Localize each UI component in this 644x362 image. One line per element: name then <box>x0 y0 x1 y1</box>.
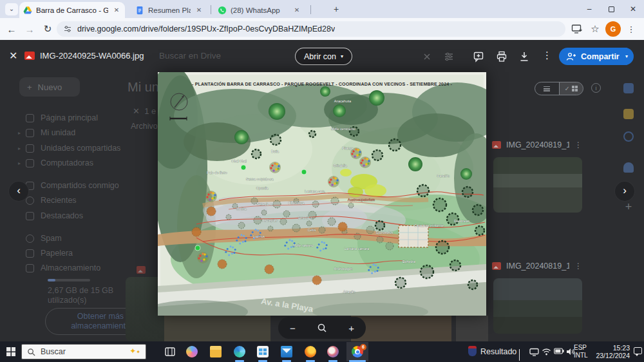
next-image-button[interactable]: › <box>614 181 635 202</box>
bookmark-star-icon[interactable]: ☆ <box>587 23 603 35</box>
open-app-indicator <box>349 360 366 362</box>
search-icon <box>27 348 35 356</box>
share-menu-caret[interactable]: ▾ <box>620 48 634 65</box>
browser-tab-strip: ⌄ Barra de Carrasco - Google Dri ✕ Resum… <box>0 0 644 18</box>
storage-progress <box>48 279 90 281</box>
news-widget-label[interactable]: Resultado <box>480 347 516 356</box>
back-button[interactable]: ← <box>3 24 21 35</box>
plant-label: Pitanga <box>342 146 354 150</box>
plant-label: Butia <box>271 149 279 153</box>
preview-more-icon[interactable]: ⋮ <box>542 50 552 61</box>
window-minimize-button[interactable]: – <box>578 0 600 18</box>
tab-close-icon[interactable]: ✕ <box>292 6 301 15</box>
window-close-button[interactable]: ✕ <box>622 0 644 18</box>
open-app-indicator <box>306 360 315 362</box>
sidebar-item-icon <box>26 264 34 272</box>
plant-label: Senecio s. <box>257 202 273 206</box>
list-view-icon <box>535 82 559 95</box>
share-button[interactable]: Compartir <box>559 48 628 65</box>
profile-avatar[interactable]: G <box>605 21 621 37</box>
file-menu-icon: ⋮ <box>574 262 582 271</box>
whatsapp-icon <box>218 6 227 15</box>
forward-button[interactable]: → <box>21 24 39 35</box>
tab-title: (28) WhatsApp <box>231 6 289 14</box>
preview-image: - PLANTACIÓN BARRA DE CARRASCO - PARQUE … <box>158 72 486 316</box>
plant-label: Molina <box>236 207 247 211</box>
sidebar-item-destacados: Destacados <box>26 209 83 222</box>
sidebar-item-papelera: Papelera <box>26 247 73 260</box>
preview-close-button[interactable]: ✕ <box>9 50 17 62</box>
sidebar-item-icon <box>26 129 34 137</box>
add-comment-icon[interactable] <box>473 51 484 62</box>
tab-title: Resumen Plantaciones 2024 - D <box>148 6 191 14</box>
plan-title: - PLANTACIÓN BARRA DE CARRASCO - PARQUE … <box>192 81 452 87</box>
open-app-indicator <box>235 360 244 362</box>
mail-icon[interactable] <box>281 346 292 357</box>
show-hidden-icons-chevron[interactable] <box>519 350 520 361</box>
browser-toolbar: ← → ↻ drive.google.com/drive/folders/19S… <box>0 18 644 40</box>
previous-image-button[interactable]: ‹ <box>8 181 29 202</box>
taskbar-search-input[interactable]: Buscar ✦✦ <box>21 344 146 359</box>
magnifier-icon <box>317 323 327 333</box>
new-tab-button[interactable]: + <box>330 3 343 16</box>
site-settings-icon[interactable] <box>63 24 72 33</box>
wifi-icon[interactable] <box>542 348 551 356</box>
sidebar-item-unidades-compartidas: ▸Unidades compartidas <box>26 142 120 155</box>
tab-docs[interactable]: Resumen Plantaciones 2024 - D ✕ <box>131 2 207 18</box>
drive-section-label: Archivos <box>131 122 162 131</box>
tab-search-button[interactable]: ⌄ <box>5 3 18 15</box>
tab-drive[interactable]: Barra de Carrasco - Google Dri ✕ <box>19 2 125 18</box>
tab-close-icon[interactable]: ✕ <box>112 6 121 15</box>
windows-start-icon[interactable] <box>6 347 15 356</box>
edge-icon[interactable] <box>234 346 245 357</box>
open-app-indicator <box>282 360 291 362</box>
zoom-out-button[interactable]: − <box>290 323 296 334</box>
drive-new-button: + Nuevo <box>19 77 80 97</box>
tab-divider <box>310 5 311 14</box>
storage-usage-text: 2,67 GB de 15 GB <box>48 286 113 295</box>
clock[interactable]: 15:23 23/12/2024 <box>590 344 630 359</box>
caret-down-icon: ▾ <box>341 53 343 59</box>
tab-whatsapp[interactable]: (28) WhatsApp ✕ <box>214 2 305 18</box>
microsoft-store-icon[interactable] <box>257 346 269 357</box>
chrome-badge: 6 <box>360 344 366 350</box>
tab-title: Barra de Carrasco - Google Dri <box>36 6 108 14</box>
sidebar-item-spam: Spam <box>26 232 62 245</box>
tab-close-icon[interactable]: ✕ <box>194 6 204 15</box>
plant-label: Cortadera existente <box>414 224 444 227</box>
plant-label: Molle ceniciento <box>331 127 355 131</box>
save-to-device-icon[interactable] <box>569 24 585 34</box>
battery-icon[interactable] <box>554 348 564 354</box>
browser-menu-icon[interactable]: ⋮ <box>623 24 639 34</box>
print-icon[interactable] <box>496 51 507 62</box>
tab-divider <box>211 5 211 14</box>
window-restore-button[interactable] <box>600 0 622 18</box>
plant-label: Arrayán <box>343 290 355 294</box>
plant-label: Lantana camara <box>345 247 369 251</box>
language-indicator[interactable]: ESP INTL <box>574 344 588 359</box>
file-explorer-icon[interactable] <box>210 346 222 357</box>
open-app-indicator <box>258 360 267 362</box>
download-icon[interactable] <box>518 51 530 62</box>
copilot-icon[interactable] <box>186 346 198 357</box>
reload-button[interactable]: ↻ <box>39 23 57 35</box>
plant-label: Anacahuita <box>334 99 352 103</box>
plant-label: Dodoneas <box>454 219 470 223</box>
add-panel-icon: + <box>623 202 634 213</box>
tasks-icon <box>623 131 634 142</box>
preview-filename: IMG-20240925-WA0066.jpg <box>40 51 144 61</box>
open-with-button[interactable]: Abrir con ▾ <box>295 48 352 65</box>
plant-label: Celtis <box>307 228 316 232</box>
zoom-in-button[interactable]: + <box>348 323 354 334</box>
firefox-icon[interactable] <box>305 346 316 357</box>
news-widget-icon[interactable] <box>468 346 477 356</box>
drive-page-title: Mi un <box>128 80 159 95</box>
paint-icon[interactable] <box>327 346 339 357</box>
address-bar[interactable]: drive.google.com/drive/folders/19SPUx-Zf… <box>57 21 565 37</box>
notifications-icon[interactable] <box>634 347 642 354</box>
image-file-icon <box>492 262 501 270</box>
open-app-indicator <box>328 360 337 362</box>
chrome-icon[interactable]: 6 <box>352 346 363 357</box>
onedrive-icon[interactable] <box>529 348 539 356</box>
task-view-icon[interactable] <box>164 346 176 357</box>
